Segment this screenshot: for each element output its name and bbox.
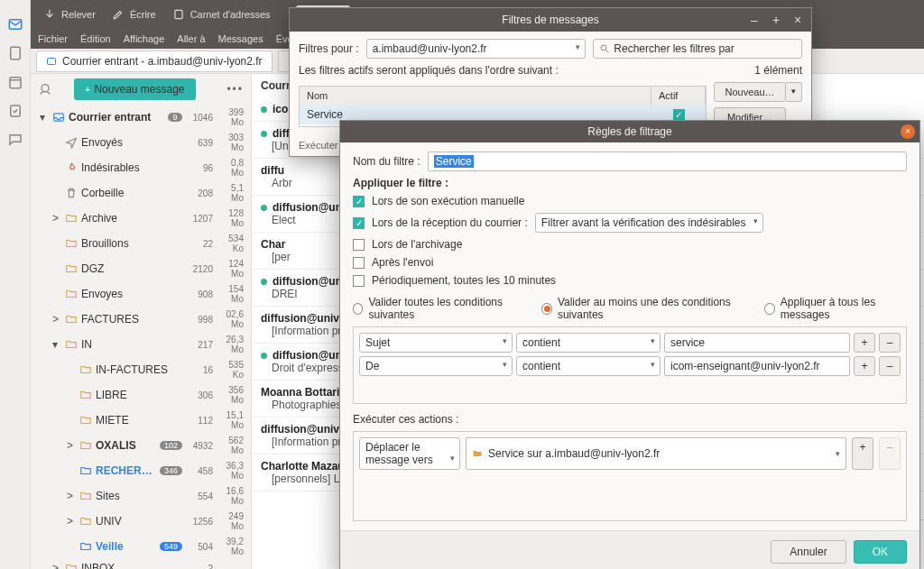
cond2-add[interactable]: + [854, 356, 875, 376]
tasks-icon[interactable] [7, 103, 23, 119]
folder-icon [65, 161, 78, 174]
conditions-box: Sujet contient service + – De contient i… [353, 326, 907, 404]
folder-row[interactable]: >OXALIS1024932562 Mo [31, 433, 251, 458]
retrieve-button[interactable]: Relever [43, 8, 96, 21]
folder-row[interactable]: MIETE11215,1 Mo [31, 408, 251, 433]
folder-row[interactable]: Veille54950439,2 Mo [31, 534, 251, 559]
filters-titlebar[interactable]: Filtres de messages – + × [290, 8, 811, 32]
folder-row[interactable]: RECHERCHES34645836,3 Mo [31, 458, 251, 483]
cancel-button[interactable]: Annuler [771, 540, 845, 564]
filter-search-input[interactable]: Rechercher les filtres par [593, 39, 802, 59]
cond1-op[interactable]: contient [516, 333, 661, 353]
folder-icon [79, 363, 92, 376]
manual-checkbox[interactable]: ✓ [353, 196, 365, 207]
folder-row[interactable]: Indésirables960,8 Mo [31, 155, 251, 180]
folder-row[interactable]: Envoyés639303 Mo [31, 130, 251, 155]
rules-titlebar[interactable]: Règles de filtrage × [340, 121, 919, 142]
receive-checkbox[interactable]: ✓ [353, 217, 365, 229]
folder-icon [65, 262, 78, 275]
action-dropdown[interactable]: Déplacer le message vers [359, 437, 460, 470]
actions-box: Déplacer le message vers Service sur a.i… [353, 431, 907, 521]
folder-row[interactable]: DGZ2120124 Mo [31, 256, 251, 281]
folder-icon [65, 136, 78, 149]
close-icon[interactable]: × [901, 124, 915, 139]
folder-row[interactable]: >INBOX2 [31, 559, 251, 569]
svg-point-11 [601, 45, 606, 50]
folder-icon [65, 338, 78, 351]
folder-row[interactable]: ▾IN21726,3 Mo [31, 332, 251, 357]
folder-icon [79, 389, 92, 401]
action-destination[interactable]: Service sur a.imbaud@univ-lyon2.fr [466, 437, 846, 470]
folder-row[interactable]: LIBRE306356 Mo [31, 382, 251, 408]
svg-rect-6 [48, 58, 56, 64]
addressbook-icon[interactable] [7, 45, 23, 61]
folder-icon [65, 313, 78, 326]
folder-row[interactable]: >FACTURES99802,6 Mo [31, 307, 251, 332]
cond2-field[interactable]: De [359, 356, 513, 376]
menu-file[interactable]: Fichier [38, 33, 68, 44]
action-remove: – [879, 437, 901, 470]
cond2-value[interactable]: icom-enseignant@univ-lyon2.fr [664, 356, 850, 376]
menu-edit[interactable]: Édition [80, 33, 111, 44]
cond2-remove[interactable]: – [879, 356, 901, 376]
folder-icon [79, 414, 92, 427]
ok-button[interactable]: OK [854, 540, 907, 564]
actions-label: Exécuter ces actions : [353, 413, 907, 426]
close-icon[interactable]: × [790, 12, 806, 28]
folder-row[interactable]: Brouillons22534 Ko [31, 231, 251, 256]
col-active[interactable]: Actif [651, 87, 706, 105]
maximize-icon[interactable]: + [768, 12, 784, 28]
filter-count: 1 élément [754, 64, 802, 77]
cond1-field[interactable]: Sujet [359, 333, 513, 353]
folder-icon [65, 187, 78, 199]
svg-rect-1 [10, 47, 20, 60]
svg-rect-2 [10, 78, 21, 88]
mail-icon[interactable] [7, 16, 23, 32]
action-add[interactable]: + [852, 437, 873, 470]
new-filter-dropdown[interactable]: ▾ [786, 82, 802, 102]
filter-name-label: Nom du filtre : [353, 155, 420, 168]
minimize-icon[interactable]: – [746, 12, 762, 28]
folder-row[interactable]: Envoyes908154 Mo [31, 281, 251, 307]
new-message-button[interactable]: + Nouveau message [74, 78, 196, 100]
folder-icon [79, 464, 92, 477]
col-name[interactable]: Nom [300, 87, 651, 105]
folder-row[interactable]: >Sites55416,6 Mo [31, 483, 251, 509]
filter-icon[interactable] [38, 82, 52, 96]
chat-icon[interactable] [7, 132, 23, 148]
folder-row[interactable]: >UNIV1256249 Mo [31, 509, 251, 534]
periodic-checkbox[interactable] [353, 275, 365, 287]
folder-row[interactable]: ▾Courrier entrant91046399 Mo [31, 105, 251, 130]
folder-icon [52, 111, 65, 124]
cond1-add[interactable]: + [854, 333, 875, 353]
folder-row[interactable]: >Archive1207128 Mo [31, 206, 251, 231]
svg-line-12 [606, 50, 609, 53]
more-icon[interactable]: ••• [226, 83, 244, 96]
filter-name-input[interactable]: Service [428, 151, 907, 171]
cond1-value[interactable]: service [664, 333, 850, 353]
menu-view[interactable]: Affichage [124, 33, 165, 44]
folder-icon [65, 212, 78, 225]
archive-checkbox[interactable] [353, 239, 365, 251]
radio-all[interactable] [353, 303, 363, 315]
folder-icon [65, 288, 78, 300]
menu-messages[interactable]: Messages [218, 33, 263, 44]
cond2-op[interactable]: contient [516, 356, 661, 376]
calendar-icon[interactable] [7, 74, 23, 90]
account-dropdown[interactable]: a.imbaud@univ-lyon2.fr [366, 39, 587, 59]
folder-icon [79, 515, 92, 528]
radio-allmsg[interactable] [764, 303, 774, 315]
addressbook-button[interactable]: Carnet d'adresses [172, 8, 271, 21]
folder-pane: + Nouveau message ••• ▾Courrier entrant9… [31, 74, 252, 569]
folder-row[interactable]: IN-FACTURES16535 Ko [31, 357, 251, 382]
tab-inbox[interactable]: Courrier entrant - a.imbaud@univ-lyon2.f… [36, 50, 273, 72]
radio-any[interactable] [541, 303, 551, 315]
receive-dropdown[interactable]: Filtrer avant la vérification des indési… [535, 213, 763, 233]
cond1-remove[interactable]: – [879, 333, 901, 353]
send-checkbox[interactable] [353, 257, 365, 269]
apply-section-label: Appliquer le filtre : [353, 177, 907, 189]
menu-goto[interactable]: Aller à [177, 33, 205, 44]
write-button[interactable]: Écrire [112, 8, 156, 21]
folder-row[interactable]: Corbeille2085,1 Mo [31, 180, 251, 206]
new-filter-button[interactable]: Nouveau… [714, 82, 786, 102]
